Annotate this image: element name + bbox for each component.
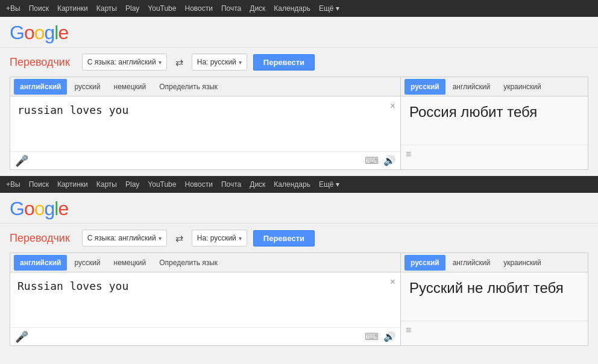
target-panel-1: русский английский украинский Россия люб…: [401, 77, 588, 169]
target-list-icon-1[interactable]: ≡: [406, 149, 411, 160]
to-lang-label-1: На: русский: [197, 58, 236, 66]
mic-icon-2[interactable]: 🎤: [15, 330, 28, 344]
source-tab-german-1[interactable]: немецкий: [108, 79, 153, 95]
from-lang-selector-2[interactable]: С языка: английский: [82, 230, 167, 246]
translation-container-2: английский русский немецкий Определить я…: [10, 253, 588, 346]
nav-search-1[interactable]: Поиск: [29, 4, 49, 13]
plus-you-link-1[interactable]: +Вы: [6, 4, 20, 13]
nav-calendar-2[interactable]: Календарь: [274, 180, 310, 189]
translator-title-1: Переводчик: [10, 56, 70, 69]
target-result-2: Русский не любит тебя: [401, 272, 588, 321]
speaker-icon-2[interactable]: 🔊: [383, 331, 395, 342]
nav-images-1[interactable]: Картинки: [57, 4, 88, 13]
source-tab-english-2[interactable]: английский: [14, 255, 67, 271]
top-navbar-1: +Вы Поиск Картинки Карты Play YouTube Но…: [0, 0, 598, 17]
top-navbar-2: +Вы Поиск Картинки Карты Play YouTube Но…: [0, 176, 598, 193]
mic-icon-1[interactable]: 🎤: [15, 154, 28, 168]
nav-more-1[interactable]: Ещё ▾: [319, 4, 339, 13]
nav-news-1[interactable]: Новости: [184, 4, 212, 13]
source-tab-russian-2[interactable]: русский: [68, 255, 106, 271]
swap-button-2[interactable]: ⇄: [173, 231, 186, 245]
translator-title-2: Переводчик: [10, 232, 70, 245]
nav-disk-2[interactable]: Диск: [250, 180, 265, 189]
source-lang-tabs-2: английский русский немецкий Определить я…: [10, 253, 400, 272]
source-textarea-1[interactable]: [13, 99, 398, 147]
target-tab-english-1[interactable]: английский: [447, 79, 496, 95]
nav-maps-1[interactable]: Карты: [96, 4, 117, 13]
to-lang-label-2: На: русский: [197, 234, 236, 242]
source-textarea-2[interactable]: [13, 275, 398, 323]
source-tab-german-2[interactable]: немецкий: [108, 255, 153, 271]
nav-play-1[interactable]: Play: [125, 4, 139, 13]
google-header-2: Google: [0, 193, 598, 224]
source-tab-english-1[interactable]: английский: [14, 79, 67, 95]
source-panel-2: английский русский немецкий Определить я…: [10, 253, 401, 345]
source-input-wrap-2: ×: [10, 272, 400, 327]
nav-mail-2[interactable]: Почта: [221, 180, 241, 189]
nav-search-2[interactable]: Поиск: [29, 180, 49, 189]
target-tab-english-2[interactable]: английский: [447, 255, 496, 271]
target-tab-ukrainian-1[interactable]: украинский: [497, 79, 547, 95]
nav-maps-2[interactable]: Карты: [96, 180, 117, 189]
translate-button-2[interactable]: Перевести: [253, 230, 315, 246]
speaker-icon-1[interactable]: 🔊: [383, 155, 395, 166]
to-lang-selector-2[interactable]: На: русский: [192, 230, 247, 246]
source-input-wrap-1: ×: [10, 96, 400, 151]
keyboard-icon-2[interactable]: ⌨: [365, 331, 379, 342]
nav-news-2[interactable]: Новости: [184, 180, 212, 189]
source-tab-russian-1[interactable]: русский: [68, 79, 106, 95]
target-footer-2: ≡: [401, 321, 588, 339]
target-tab-ukrainian-2[interactable]: украинский: [497, 255, 547, 271]
google-logo-2: Google: [10, 198, 588, 219]
clear-button-1[interactable]: ×: [390, 101, 395, 111]
google-logo-text-2: Google: [10, 198, 68, 220]
google-header-1: Google: [0, 17, 598, 48]
plus-you-link-2[interactable]: +Вы: [6, 180, 20, 189]
translator-section-2: Переводчик С языка: английский ⇄ На: рус…: [0, 224, 598, 352]
nav-youtube-2[interactable]: YouTube: [148, 180, 176, 189]
source-panel-1: английский русский немецкий Определить я…: [10, 77, 401, 169]
source-lang-tabs-1: английский русский немецкий Определить я…: [10, 77, 400, 96]
translator-header-2: Переводчик С языка: английский ⇄ На: рус…: [10, 230, 588, 246]
clear-button-2[interactable]: ×: [390, 277, 395, 287]
nav-youtube-1[interactable]: YouTube: [148, 4, 176, 13]
translation-container-1: английский русский немецкий Определить я…: [10, 77, 588, 170]
target-tab-russian-1[interactable]: русский: [404, 79, 445, 95]
keyboard-icon-1[interactable]: ⌨: [365, 155, 379, 166]
from-lang-label-2: С языка: английский: [87, 234, 156, 242]
target-result-1: Россия любит тебя: [401, 96, 588, 145]
nav-play-2[interactable]: Play: [125, 180, 139, 189]
google-logo-1: Google: [10, 22, 588, 43]
nav-disk-1[interactable]: Диск: [250, 4, 265, 13]
from-lang-selector-1[interactable]: С языка: английский: [82, 54, 167, 71]
translator-header-1: Переводчик С языка: английский ⇄ На: рус…: [10, 54, 588, 71]
translate-button-1[interactable]: Перевести: [253, 54, 315, 71]
to-lang-selector-1[interactable]: На: русский: [192, 54, 247, 71]
swap-button-1[interactable]: ⇄: [173, 55, 186, 69]
target-lang-tabs-2: русский английский украинский: [401, 253, 588, 272]
source-tab-detect-1[interactable]: Определить язык: [153, 79, 224, 95]
nav-more-2[interactable]: Ещё ▾: [319, 180, 339, 189]
target-tab-russian-2[interactable]: русский: [404, 255, 445, 271]
nav-calendar-1[interactable]: Календарь: [274, 4, 310, 13]
target-lang-tabs-1: русский английский украинский: [401, 77, 588, 96]
source-footer-2: 🎤 ⌨ 🔊: [10, 327, 400, 345]
nav-images-2[interactable]: Картинки: [57, 180, 88, 189]
nav-mail-1[interactable]: Почта: [221, 4, 241, 13]
source-footer-1: 🎤 ⌨ 🔊: [10, 151, 400, 169]
target-list-icon-2[interactable]: ≡: [406, 325, 411, 336]
translator-section-1: Переводчик С языка: английский ⇄ На: рус…: [0, 48, 598, 176]
target-footer-1: ≡: [401, 145, 588, 163]
from-lang-label-1: С языка: английский: [87, 58, 156, 66]
target-panel-2: русский английский украинский Русский не…: [401, 253, 588, 345]
google-logo-text-1: Google: [10, 22, 68, 44]
source-tab-detect-2[interactable]: Определить язык: [153, 255, 224, 271]
